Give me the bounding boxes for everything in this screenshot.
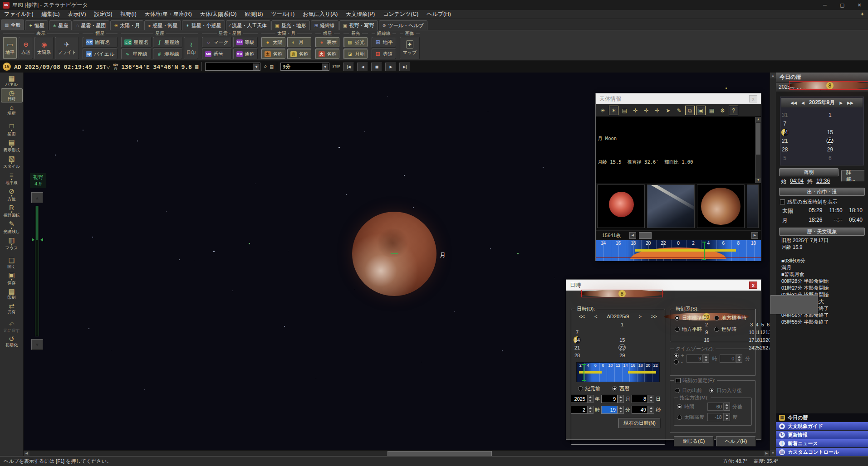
search-input[interactable]: ▼ bbox=[205, 63, 260, 71]
twilight-start-time[interactable]: 04:04 bbox=[790, 178, 804, 185]
fov-slider[interactable] bbox=[35, 206, 39, 336]
left-tool-button[interactable]: ⌂ ▾ 場所 bbox=[1, 103, 23, 117]
pin-icon[interactable]: ✦ bbox=[860, 11, 864, 17]
toolbar-tab[interactable]: ▦ 全般 bbox=[1, 19, 24, 30]
spinner-arrows-icon[interactable] bbox=[618, 406, 624, 414]
left-tool-button[interactable]: ⊘ ▾ 方位 bbox=[1, 187, 23, 203]
tz-minute-stepper[interactable]: 0 bbox=[720, 354, 742, 363]
sidebar-nav-item[interactable]: ▦ 今日の暦 bbox=[776, 413, 868, 422]
close-button[interactable]: 閉じる(C) bbox=[674, 436, 714, 447]
toolbar-button[interactable]: ▭ 地平 bbox=[3, 37, 17, 59]
spinner-arrows-icon[interactable] bbox=[736, 354, 742, 363]
time-system-radio[interactable]: 地方標準時 bbox=[714, 315, 751, 321]
info-tool-icon[interactable]: ▦ bbox=[707, 106, 716, 115]
toolbar-button[interactable]: ∿ 星座線 bbox=[121, 49, 152, 59]
left-tool-button[interactable]: ⇄ ▾ 共有 bbox=[1, 301, 23, 316]
calendar-day[interactable]: 28 bbox=[574, 351, 580, 359]
spinner-arrows-icon[interactable] bbox=[618, 395, 624, 403]
toolbar-button[interactable]: ◪ 月明 bbox=[343, 49, 368, 59]
calendar-day[interactable]: 13 bbox=[765, 328, 770, 336]
left-tool-button[interactable]: ▣ ▾ 保存 bbox=[1, 271, 23, 286]
toolbar-button[interactable]: ▨ 昼光 bbox=[343, 37, 368, 48]
scroll-up-icon[interactable]: ▲ bbox=[770, 73, 776, 78]
close-icon[interactable]: x bbox=[749, 95, 757, 102]
toolbar-button[interactable]: ● 太陽 bbox=[261, 37, 286, 48]
info-text-area[interactable]: 月 Moon 月齢 15.5 視直径 32.6′ 輝面比 1.00 赤経 23h… bbox=[596, 117, 761, 183]
calendar-day[interactable]: 1 bbox=[580, 320, 664, 328]
scroll-left-icon[interactable]: ◀ bbox=[629, 232, 636, 239]
scroll-right-icon[interactable]: ▶ bbox=[764, 451, 770, 456]
calendar-day[interactable]: 7 bbox=[574, 328, 580, 336]
playback-button[interactable]: ▶| bbox=[399, 63, 410, 71]
thumbnail-image[interactable] bbox=[597, 184, 645, 228]
toolbar-button[interactable]: ○ マーク bbox=[202, 37, 232, 48]
info-panel-title-bar[interactable]: 天体情報 x bbox=[596, 93, 761, 104]
calendar-day[interactable]: 15 bbox=[580, 336, 664, 344]
prev-year-button[interactable]: << bbox=[579, 314, 585, 319]
left-tool-button[interactable]: ▥ ▾ マウス bbox=[1, 236, 23, 252]
thumbnail-image[interactable] bbox=[647, 184, 695, 228]
sky-chart[interactable]: 月 視野 4.9 ▲ ▼ 天体情報 x ☀ bbox=[24, 73, 770, 456]
left-tool-button[interactable]: ↶ ▾ 元に戻す bbox=[1, 320, 23, 334]
calendar-day[interactable]: 19 bbox=[760, 336, 765, 344]
calendar-day[interactable]: 26 bbox=[760, 344, 765, 351]
dialog-title-bar[interactable]: 日時 x bbox=[566, 280, 761, 291]
calendar-day[interactable]: 28 bbox=[782, 145, 788, 154]
minimize-icon[interactable]: ─ bbox=[816, 0, 834, 10]
thumbnail-image[interactable] bbox=[697, 184, 745, 228]
left-tool-button[interactable]: ◷ ▾ 日時 bbox=[1, 88, 23, 102]
calendar-day[interactable]: 12 bbox=[760, 328, 765, 336]
close-icon[interactable]: ✕ bbox=[851, 0, 868, 10]
calendar-day[interactable]: 1 bbox=[788, 111, 868, 119]
calendar-day[interactable]: 5 bbox=[782, 154, 788, 162]
toolbar-tab[interactable]: ∕ 流星・人工天体 bbox=[226, 20, 271, 30]
before-sunrise-radio[interactable]: 日の出前 bbox=[675, 387, 702, 394]
info-tool-icon[interactable]: ▣ bbox=[696, 106, 706, 115]
toolbar-button[interactable]: ⊞ 地平 bbox=[372, 37, 396, 48]
current-datetime-button[interactable]: 現在の日時(N) bbox=[618, 418, 661, 428]
limiting-magnitude[interactable]: 9.6 bbox=[181, 63, 191, 70]
left-tool-button[interactable]: ↺ ▾ 初期化 bbox=[1, 335, 23, 349]
scroll-up-icon[interactable]: ▲ bbox=[755, 117, 761, 122]
sun-altitude-stepper[interactable]: -18 bbox=[707, 413, 730, 421]
toolbar-button[interactable]: ● 表示 bbox=[315, 37, 340, 48]
calendar-day[interactable]: 5 bbox=[760, 320, 765, 328]
step-mode-icon[interactable]: STEP bbox=[333, 65, 340, 68]
altitude-timeline[interactable]: 14161820220246810 bbox=[596, 240, 761, 261]
calendar-day[interactable]: 22 bbox=[580, 344, 664, 351]
scroll-down-icon[interactable]: ▼ bbox=[755, 178, 761, 183]
calendar-day[interactable]: 6 bbox=[765, 320, 770, 328]
menu-item[interactable]: お気に入り(A) bbox=[299, 10, 342, 19]
calendar-day[interactable]: 8 bbox=[580, 290, 664, 297]
minutes-after-stepper[interactable]: 60 bbox=[707, 403, 730, 411]
info-tool-icon[interactable]: ✛ bbox=[631, 106, 640, 115]
next-month-button[interactable]: > bbox=[639, 314, 642, 319]
left-tool-button[interactable]: ≡ ▾ 地平線 bbox=[1, 170, 23, 186]
calendar-day[interactable]: 20 bbox=[765, 336, 770, 344]
prev-year-button[interactable]: ◀◀ bbox=[790, 101, 797, 105]
thumbnail-image[interactable] bbox=[747, 184, 759, 228]
toolbar-button[interactable]: 太 名称 bbox=[261, 49, 286, 59]
info-tool-icon[interactable]: ✶ bbox=[609, 106, 618, 115]
toolbar-button[interactable]: ベガ 固有名 bbox=[83, 37, 118, 48]
toolbar-button[interactable]: ≀ 目印 bbox=[184, 37, 198, 59]
toolbar-tab[interactable]: ⊞ 経緯線 bbox=[311, 20, 338, 30]
calendar-day[interactable] bbox=[765, 351, 770, 359]
scroll-down-icon[interactable]: ▼ bbox=[770, 450, 776, 456]
menu-item[interactable]: 天体/太陽系(O) bbox=[196, 10, 241, 19]
search-icon[interactable]: ⌕ bbox=[264, 63, 267, 70]
list-icon[interactable]: ▤ bbox=[270, 63, 273, 70]
menu-item[interactable]: 天文現象(P) bbox=[342, 10, 379, 19]
scrollbar-thumb[interactable] bbox=[756, 123, 760, 155]
maximize-icon[interactable]: ▢ bbox=[834, 0, 851, 10]
vertical-scrollbar[interactable]: ▲ ▼ bbox=[770, 73, 776, 456]
tz-minus-radio[interactable]: - bbox=[674, 359, 684, 364]
info-tool-icon[interactable]: ☀ bbox=[598, 106, 608, 115]
left-tool-button[interactable]: □ ▾ 星図 bbox=[1, 121, 23, 137]
calendar-day[interactable]: 31 bbox=[782, 111, 788, 119]
spinner-arrows-icon[interactable] bbox=[648, 395, 654, 403]
toolbar-tab[interactable]: ▣ 視野・写野 bbox=[339, 20, 378, 30]
sidebar-nav-item[interactable]: ↻ 更新情報 bbox=[776, 431, 868, 439]
info-tool-icon[interactable]: ➤ bbox=[663, 106, 673, 115]
toolbar-tab[interactable]: ◌ 星雲・星団 bbox=[73, 20, 109, 30]
